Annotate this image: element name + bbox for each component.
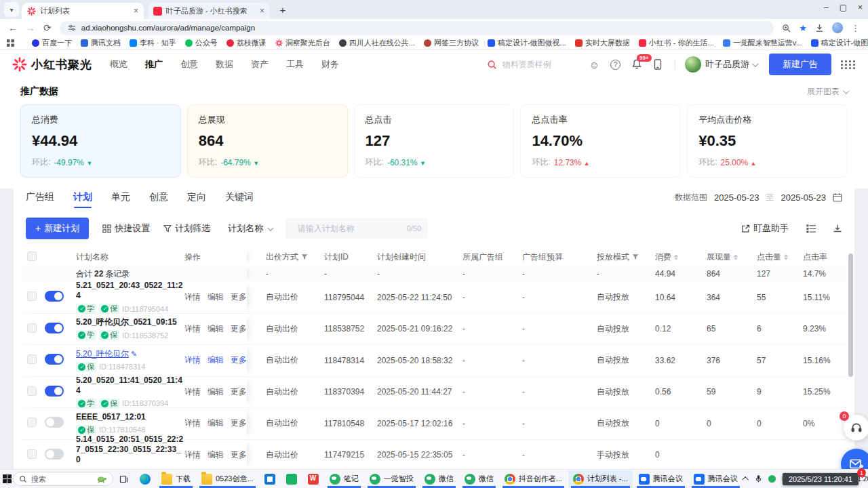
window-maximize-button[interactable]: ▢ [840,3,847,12]
plan-name[interactable]: 5.14_0515_20:51_0515_22:27_0515_22:30_05… [76,434,183,464]
row-checkbox[interactable] [27,354,37,364]
plan-name[interactable]: EEEE_0517_12:01 [76,412,146,422]
expand-chart-button[interactable]: 展开图表 [807,86,848,98]
watch-assistant-button[interactable]: 盯盘助手 [741,222,789,235]
select-all-checkbox[interactable] [27,251,37,261]
new-tab-button[interactable]: + [275,2,290,17]
row-toggle[interactable] [45,323,64,333]
tab-targeting[interactable]: 定向 [187,182,206,212]
filter-funnel-icon[interactable] [632,253,639,260]
col-mode[interactable]: 投放模式 [597,251,655,263]
sort-icon[interactable] [784,254,788,260]
mobile-preview-icon[interactable] [653,59,663,70]
sort-icon[interactable] [734,254,738,260]
nav-data[interactable]: 数据 [216,58,233,70]
taskbar-search-input[interactable] [31,475,92,483]
action-more[interactable]: 更多 [231,386,247,398]
plan-search-box[interactable]: 0/50 [285,218,428,239]
sort-icon[interactable] [674,254,678,260]
row-checkbox[interactable] [27,291,37,301]
taskbar-app-edge[interactable] [135,470,155,488]
taskbar-search[interactable] [13,472,113,486]
tab-close-icon[interactable]: × [134,6,138,16]
action-edit[interactable]: 编辑 [208,291,224,303]
row-toggle[interactable] [45,291,64,302]
zoom-icon[interactable] [782,24,791,33]
stat-card-cost[interactable]: 总消费 ¥44.94 环比:-49.97% ▼ [20,104,181,178]
action-more[interactable]: 更多 [231,354,247,366]
app-logo[interactable]: 小红书聚光 [12,57,92,73]
row-toggle[interactable] [45,449,64,460]
taskbar-app-store[interactable] [260,470,280,488]
row-toggle[interactable] [45,354,64,365]
col-ctr[interactable]: 点击率 [803,251,834,263]
window-minimize-button[interactable]: – [824,3,829,12]
row-toggle[interactable] [45,386,64,396]
action-edit[interactable]: 编辑 [208,418,224,429]
plan-name[interactable]: 5.21_0521_20:43_0522_11:24 [76,281,183,300]
action-detail[interactable]: 详情 [184,354,201,366]
action-more[interactable]: 更多 [231,418,247,429]
action-detail[interactable]: 详情 [184,418,201,429]
tab-close-icon[interactable]: × [260,6,264,16]
bookmark[interactable]: 一觉醒来智慧运营v... [723,38,802,48]
start-button[interactable] [3,474,12,483]
bookmark[interactable]: 小红书 - 你的生活... [639,38,714,48]
window-close-button[interactable]: × [858,3,863,12]
taskbar-app-wps[interactable] [303,470,323,488]
user-avatar[interactable] [685,56,701,73]
notification-bell-icon[interactable]: 99+ [631,59,642,70]
tune-icon[interactable] [68,24,76,32]
date-start[interactable]: 2025-05-23 [714,192,760,203]
quick-settings-button[interactable]: 快捷设置 [102,222,150,235]
bookmark[interactable]: 稿定设计-做图做视... [811,38,868,48]
nav-overview[interactable]: 概览 [110,58,127,70]
taskbar-app-downloads[interactable]: 下载 [157,470,195,488]
edit-pencil-icon[interactable]: ✎ [131,350,137,358]
taskbar-app-notes[interactable]: 笔记 [325,470,363,488]
action-more[interactable]: 更多 [231,323,247,335]
row-checkbox[interactable] [27,418,37,427]
taskbar-app-wechat[interactable]: 微信 [460,470,498,488]
row-checkbox[interactable] [27,386,37,396]
col-impressions[interactable]: 展现量 [707,251,757,263]
action-edit[interactable]: 编辑 [208,386,224,398]
browser-menu-icon[interactable]: ⋮ [851,23,860,33]
taskbar-app-chrome-douyin[interactable]: 抖音创作者... [500,470,567,488]
tray-green-icon[interactable] [768,475,776,483]
apps-grid-icon[interactable] [7,39,14,47]
forward-button[interactable]: → [26,23,35,33]
stat-card-cpc[interactable]: 平均点击价格 ¥0.35 环比:25.00% ▲ [687,104,848,178]
action-edit[interactable]: 编辑 [208,323,224,335]
nav-promotion[interactable]: 推广 [145,58,163,70]
feedback-smiley-icon[interactable]: ☺ [589,59,599,70]
download-icon[interactable] [833,224,842,233]
bookmark[interactable]: 百度一下 [32,38,72,48]
custom-columns-icon[interactable] [806,224,816,233]
tab-creative[interactable]: 创意 [149,182,168,212]
table-vertical-scrollbar[interactable] [848,253,853,377]
col-cost[interactable]: 消费 [655,251,707,263]
date-end[interactable]: 2025-05-23 [781,192,827,203]
nav-creative[interactable]: 创意 [180,58,198,70]
bookmark[interactable]: 洞察聚光后台 [275,38,330,48]
bookmark[interactable]: 公众号 [185,38,218,48]
app-grid-icon[interactable] [841,60,856,69]
stat-card-impressions[interactable]: 总展现 864 环比:-64.79% ▼ [187,104,348,178]
bookmark-star-icon[interactable]: ★ [799,23,807,33]
browser-profile-avatar[interactable] [832,22,843,33]
action-detail[interactable]: 详情 [184,291,201,303]
calendar-icon[interactable] [833,192,842,202]
header-search-input[interactable] [502,60,577,69]
bookmark[interactable]: 四川人社在线公共... [339,38,415,48]
tab-plan[interactable]: 计划 [73,182,92,212]
stat-card-ctr[interactable]: 总点击率 14.70% 环比:12.73% ▲ [520,104,681,178]
taskbar-app-green[interactable] [281,470,302,488]
taskbar-app-meeting[interactable]: 腾讯会议 [634,470,688,488]
search-field-select[interactable]: 计划名称 [228,222,272,235]
back-button[interactable]: ← [8,23,18,33]
stat-card-clicks[interactable]: 总点击 127 环比:-60.31% ▼ [354,104,515,178]
bookmark[interactable]: 网签三方协议 [424,38,479,48]
new-plan-button[interactable]: 新建计划 [26,218,89,239]
user-menu-chevron-icon[interactable] [752,60,759,67]
